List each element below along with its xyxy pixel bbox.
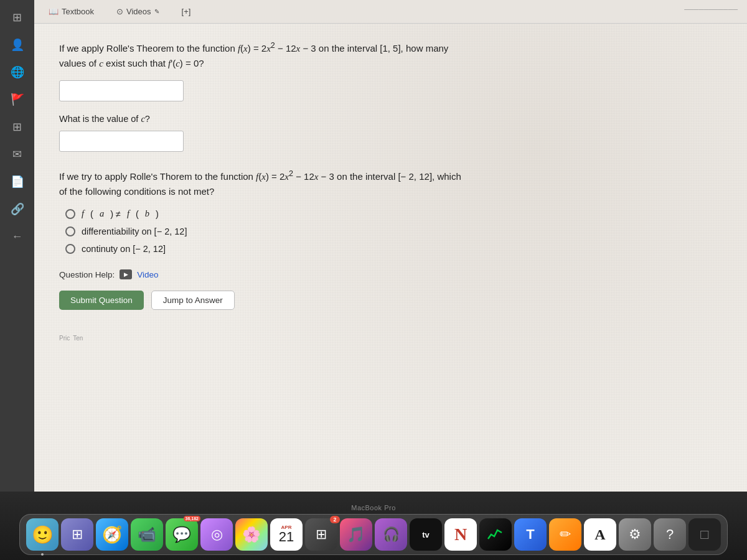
video-help-label[interactable]: Video bbox=[137, 270, 158, 279]
dock-settings[interactable]: ⚙ bbox=[619, 518, 651, 551]
video-play-icon: ⊙ bbox=[116, 7, 123, 16]
top-nav: 📖 Textbook ⊙ Videos ✎ [+] ─────────── bbox=[34, 0, 747, 24]
content-area: If we apply Rolle's Theorem to the funct… bbox=[34, 24, 747, 492]
dock-translate[interactable]: T bbox=[514, 518, 547, 551]
plus-label: [+] bbox=[182, 7, 191, 16]
dock-messages[interactable]: 💬 36,182 bbox=[166, 518, 198, 551]
top-right-info: ─────────── bbox=[684, 5, 738, 14]
question3-text: If we try to apply Rolle's Thorem to the… bbox=[59, 167, 722, 199]
dock-clock[interactable]: ⊞ 2 bbox=[305, 518, 337, 551]
sidebar-icon-apps[interactable]: ⊞ bbox=[6, 116, 29, 138]
plus-tab[interactable]: [+] bbox=[177, 4, 196, 19]
radio-option-3[interactable]: continuty on [− 2, 12] bbox=[65, 244, 722, 254]
dock-news[interactable]: N bbox=[444, 518, 477, 551]
textbook-label: Textbook bbox=[62, 7, 94, 16]
dock-music[interactable]: 🎵 bbox=[340, 518, 372, 551]
question2-label: What is the value of c? bbox=[59, 114, 722, 124]
question-help: Question Help: ▶ Video bbox=[59, 269, 722, 279]
answer-input-2[interactable] bbox=[59, 131, 184, 152]
option3-text: continuty on [− 2, 12] bbox=[82, 244, 166, 254]
dock-unknown[interactable]: □ bbox=[688, 518, 721, 551]
radio-option-2[interactable]: differentiability on [− 2, 12] bbox=[65, 226, 722, 236]
dock-launchpad[interactable]: ⊞ bbox=[61, 518, 93, 551]
bottom-label-ten: Ten bbox=[73, 335, 83, 342]
video-help-icon[interactable]: ▶ bbox=[120, 269, 132, 279]
videos-edit-icon: ✎ bbox=[154, 8, 159, 15]
left-sidebar: ⊞ 👤 🌐 🚩 ⊞ ✉ 📄 🔗 ← bbox=[0, 0, 34, 492]
sidebar-icon-grid[interactable]: ⊞ bbox=[6, 6, 29, 29]
dock-safari[interactable]: 🧭 bbox=[96, 518, 128, 551]
sidebar-icon-back[interactable]: ← bbox=[6, 225, 29, 248]
radio-group: f(a) ≠ f(b) differentiability on [− 2, 1… bbox=[65, 208, 722, 254]
dock-appletv[interactable]: tv bbox=[410, 518, 442, 551]
calendar-day: 21 bbox=[279, 530, 294, 544]
dock-stocks[interactable] bbox=[479, 518, 512, 551]
button-row: Submit Question Jump to Answer bbox=[59, 291, 722, 310]
messages-badge: 36,182 bbox=[184, 516, 200, 521]
radio-circle-1 bbox=[65, 209, 75, 219]
help-label: Question Help: bbox=[59, 270, 115, 279]
videos-label: Videos bbox=[126, 7, 151, 16]
videos-tab[interactable]: ⊙ Videos ✎ bbox=[111, 4, 164, 19]
dock-markup[interactable]: ✏ bbox=[549, 518, 581, 551]
dock-siri[interactable]: ◎ bbox=[200, 518, 233, 551]
dock-photos[interactable]: 🌸 bbox=[235, 518, 268, 551]
dock-bar: MacBook Pro 🙂 ⊞ 🧭 📹 💬 36,182 ◎ bbox=[0, 492, 747, 560]
jump-to-answer-button[interactable]: Jump to Answer bbox=[151, 291, 235, 310]
option2-text: differentiability on [− 2, 12] bbox=[82, 226, 187, 236]
dock-container: 🙂 ⊞ 🧭 📹 💬 36,182 ◎ 🌸 APR bbox=[19, 514, 728, 555]
submit-question-button[interactable]: Submit Question bbox=[59, 291, 144, 310]
main-window: 📖 Textbook ⊙ Videos ✎ [+] ─────────── If… bbox=[34, 0, 747, 492]
dock-podcasts[interactable]: 🎧 bbox=[375, 518, 407, 551]
dock-textedit[interactable]: A bbox=[584, 518, 616, 551]
radio-option-1[interactable]: f(a) ≠ f(b) bbox=[65, 208, 722, 219]
option1-text: f bbox=[82, 208, 84, 219]
clock-badge: 2 bbox=[330, 516, 340, 523]
sidebar-icon-doc[interactable]: 📄 bbox=[6, 170, 29, 193]
question1-text: If we apply Rolle's Theorem to the funct… bbox=[59, 39, 722, 71]
radio-circle-3 bbox=[65, 244, 75, 254]
dock-facetime[interactable]: 📹 bbox=[131, 518, 163, 551]
sidebar-icon-person[interactable]: 👤 bbox=[6, 34, 29, 56]
answer-input-1[interactable] bbox=[59, 80, 184, 101]
sidebar-icon-mail[interactable]: ✉ bbox=[6, 143, 29, 166]
dock-help[interactable]: ? bbox=[654, 518, 686, 551]
textbook-icon: 📖 bbox=[49, 7, 59, 16]
dock-finder[interactable]: 🙂 bbox=[26, 518, 59, 551]
sidebar-icon-flag[interactable]: 🚩 bbox=[6, 88, 29, 111]
textbook-tab[interactable]: 📖 Textbook bbox=[44, 4, 99, 19]
sidebar-icon-globe[interactable]: 🌐 bbox=[6, 61, 29, 83]
macbook-label: MacBook Pro bbox=[351, 504, 396, 511]
dock-calendar[interactable]: APR 21 bbox=[270, 518, 303, 551]
sidebar-icon-link[interactable]: 🔗 bbox=[6, 198, 29, 220]
radio-circle-2 bbox=[65, 226, 75, 236]
bottom-label-pric: Pric bbox=[59, 335, 70, 342]
